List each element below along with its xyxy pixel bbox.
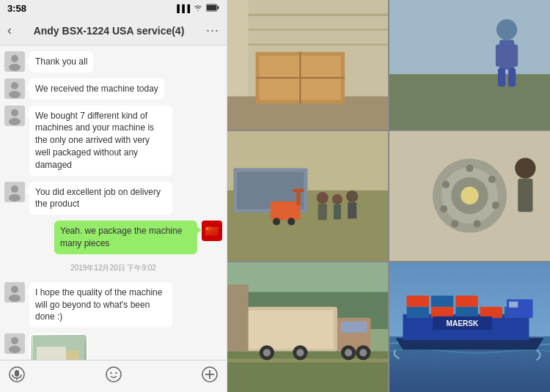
svg-rect-119 xyxy=(509,302,518,308)
message-row-image xyxy=(4,333,222,360)
svg-point-81 xyxy=(474,220,481,227)
svg-rect-22 xyxy=(37,347,66,360)
message-bubble: I hope the quality of the machine will g… xyxy=(29,282,172,328)
svg-point-8 xyxy=(9,91,21,98)
svg-point-82 xyxy=(451,220,458,227)
photo-worker-ropes xyxy=(389,0,550,130)
avatar xyxy=(4,333,25,354)
avatar xyxy=(4,182,25,202)
svg-point-65 xyxy=(346,191,358,202)
message-bubble: We received the machine today xyxy=(29,78,164,100)
svg-rect-48 xyxy=(389,0,550,74)
message-bubble-sent: Yeah. we package the machine many pieces xyxy=(54,221,197,254)
svg-point-84 xyxy=(442,181,450,188)
svg-point-63 xyxy=(332,194,342,204)
svg-rect-66 xyxy=(348,202,356,218)
svg-rect-115 xyxy=(455,296,477,307)
photo-loading-workers xyxy=(227,131,388,261)
svg-rect-69 xyxy=(293,189,304,192)
photo-container-interior xyxy=(227,0,388,130)
svg-point-17 xyxy=(9,295,21,302)
svg-rect-108 xyxy=(407,307,429,318)
svg-point-32 xyxy=(115,372,117,374)
message-row: We received the machine today xyxy=(4,78,222,100)
svg-point-85 xyxy=(515,158,535,178)
message-bubble: Thank you all xyxy=(29,51,93,73)
chat-title: Andy BSX-1224 USA service(4) xyxy=(12,25,206,37)
message-row: I hope the quality of the machine will g… xyxy=(4,282,222,328)
svg-rect-28 xyxy=(15,370,19,377)
svg-point-16 xyxy=(11,286,18,293)
svg-rect-1 xyxy=(218,6,219,9)
avatar xyxy=(4,106,25,126)
svg-point-78 xyxy=(466,165,473,172)
svg-rect-104 xyxy=(227,284,249,351)
timestamp: 2019年12月20日 下午9:02 xyxy=(4,263,222,273)
svg-rect-109 xyxy=(431,307,453,318)
avatar xyxy=(4,78,25,99)
svg-rect-86 xyxy=(518,179,532,212)
add-icon[interactable] xyxy=(202,366,218,386)
svg-point-70 xyxy=(273,218,280,225)
avatar xyxy=(4,51,25,72)
svg-point-100 xyxy=(263,349,271,356)
message-bubble: We bought 7 different kind of machines a… xyxy=(29,106,172,176)
chat-panel: 3:58 ▐▐▐ ‹ Andy BSX-1224 USA service xyxy=(0,0,227,392)
photo-panel: MAERSK xyxy=(227,0,550,392)
svg-point-71 xyxy=(287,218,295,225)
message-row-sent: 🇨🇳 Yeah. we package the machine many pie… xyxy=(4,221,222,254)
chat-header: ‹ Andy BSX-1224 USA service(4) ··· xyxy=(0,16,227,45)
svg-rect-114 xyxy=(431,296,453,307)
svg-text:MAERSK: MAERSK xyxy=(446,319,479,328)
svg-rect-93 xyxy=(245,311,334,350)
svg-point-19 xyxy=(11,337,18,344)
svg-rect-55 xyxy=(508,68,516,86)
chat-image xyxy=(31,335,87,360)
svg-rect-111 xyxy=(480,307,502,318)
emoji-icon[interactable] xyxy=(106,366,122,386)
photo-truck-dock xyxy=(227,262,388,392)
messages-area: Thank you all We received the machine to… xyxy=(0,45,227,360)
svg-point-102 xyxy=(345,349,352,356)
svg-point-4 xyxy=(11,55,18,62)
image-bubble[interactable] xyxy=(29,333,88,360)
status-bar: 3:58 ▐▐▐ xyxy=(0,0,227,16)
message-row: We bought 7 different kind of machines a… xyxy=(4,106,222,176)
svg-point-61 xyxy=(317,192,329,204)
svg-point-101 xyxy=(296,349,304,356)
svg-rect-64 xyxy=(334,204,341,219)
svg-rect-113 xyxy=(407,296,429,307)
svg-rect-53 xyxy=(509,45,518,67)
svg-rect-49 xyxy=(389,74,550,130)
svg-point-83 xyxy=(440,205,447,212)
chat-bottom-bar xyxy=(0,360,227,392)
more-button[interactable]: ··· xyxy=(206,23,219,38)
battery-icon xyxy=(206,4,219,13)
svg-rect-54 xyxy=(498,68,505,86)
svg-point-7 xyxy=(11,82,18,89)
svg-rect-62 xyxy=(318,204,327,220)
svg-point-79 xyxy=(488,176,496,183)
message-bubble: You did excellent job on delivery the pr… xyxy=(29,182,172,215)
message-row: You did excellent job on delivery the pr… xyxy=(4,182,222,215)
status-icons: ▐▐▐ xyxy=(175,3,219,13)
avatar-china: 🇨🇳 xyxy=(202,221,222,241)
svg-point-5 xyxy=(9,64,21,71)
svg-rect-110 xyxy=(455,307,477,318)
svg-point-14 xyxy=(9,194,21,201)
svg-rect-68 xyxy=(296,191,300,205)
svg-point-103 xyxy=(359,349,367,356)
svg-point-77 xyxy=(461,187,478,204)
svg-point-80 xyxy=(492,201,499,209)
svg-point-10 xyxy=(11,109,18,117)
svg-rect-52 xyxy=(496,45,505,67)
svg-point-11 xyxy=(9,118,21,125)
message-row: Thank you all xyxy=(4,51,222,73)
svg-rect-95 xyxy=(341,322,367,333)
svg-point-30 xyxy=(106,367,121,382)
wifi-icon xyxy=(193,3,203,13)
svg-rect-2 xyxy=(207,5,216,10)
svg-rect-23 xyxy=(66,350,79,360)
voice-icon[interactable] xyxy=(9,366,25,386)
svg-point-20 xyxy=(9,346,21,353)
